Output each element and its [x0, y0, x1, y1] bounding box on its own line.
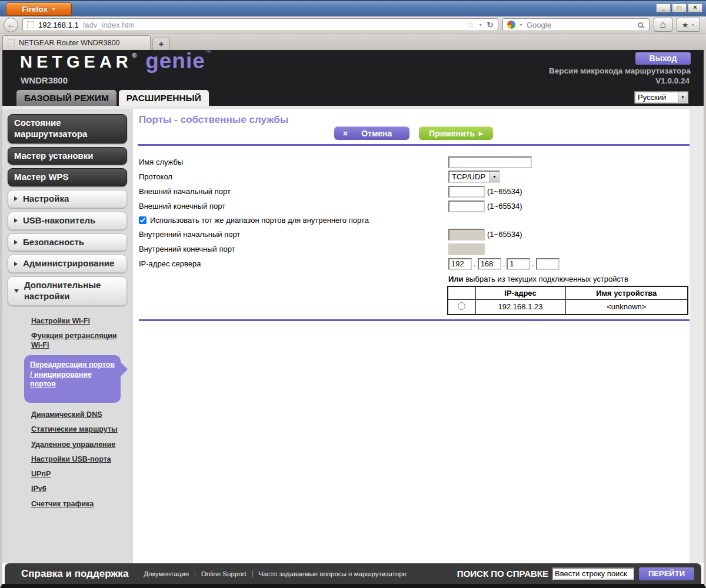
form-row: Использовать тот же диапазон портов для …	[139, 213, 690, 227]
firefox-menu-label: Firefox	[22, 5, 47, 14]
tab-basic-mode[interactable]: БАЗОВЫЙ РЕЖИМ	[16, 90, 116, 106]
new-tab-button[interactable]: +	[152, 38, 170, 50]
tab-advanced-mode[interactable]: РАСШИРЕННЫЙ	[119, 90, 209, 106]
same-port-range-checkbox[interactable]	[139, 216, 146, 224]
home-button[interactable]: ⌂	[654, 18, 672, 32]
page-viewport: NETGEAR® genie™ WNDR3800 Выход Версия ми…	[0, 50, 706, 588]
action-buttons: × Отмена Применить ▶	[138, 126, 690, 140]
window-controls: _ □ ×	[655, 4, 702, 12]
chevron-down-icon: ▼	[489, 172, 499, 182]
language-select[interactable]: Русский ▼	[634, 91, 688, 103]
chevron-right-icon	[14, 218, 18, 223]
sidebar-item-usb-storage[interactable]: USB-накопитель	[8, 212, 127, 230]
cancel-label: Отмена	[361, 129, 392, 138]
sidebar-item-setup[interactable]: Настройка	[8, 190, 127, 208]
sublink-port-forwarding[interactable]: Переадресация портов / инициирование пор…	[30, 360, 117, 389]
brand-name: NETGEAR	[20, 52, 132, 71]
search-icon[interactable]	[638, 22, 643, 28]
device-name-column-header: Имя устройства	[565, 286, 688, 299]
reload-icon[interactable]: ↻	[487, 20, 494, 29]
external-end-port-label: Внешний конечный порт	[139, 202, 448, 211]
sublink-static-routes[interactable]: Статические маршруты	[31, 425, 119, 434]
form-row: Внутренний конечный порт	[139, 242, 690, 256]
sublink-usb-port-settings[interactable]: Настройки USB-порта	[31, 455, 119, 464]
url-dropdown-icon[interactable]: ▼	[478, 23, 482, 27]
maximize-button[interactable]: □	[672, 4, 687, 12]
sidebar-item-administration[interactable]: Администрирование	[8, 255, 127, 273]
footer-link-documentation[interactable]: Документация	[138, 570, 195, 577]
sublink-wifi-repeating[interactable]: Функция ретрансляции Wi-Fi	[31, 331, 119, 350]
sidebar-item-security[interactable]: Безопасность	[8, 233, 127, 252]
netgear-header: NETGEAR® genie™ WNDR3800 Выход Версия ми…	[2, 50, 704, 106]
scrollbar-gutter[interactable]	[690, 109, 704, 563]
footer-link-online-support[interactable]: Online Support	[195, 570, 252, 577]
bookmark-star-icon[interactable]: ☆	[467, 19, 474, 30]
site-identity-icon[interactable]	[27, 21, 34, 28]
chevron-down-icon: ▼	[691, 23, 695, 27]
sidebar-item-advanced-setup[interactable]: Дополнительные настройки	[8, 276, 127, 306]
sidebar-item-label: Безопасность	[23, 237, 84, 248]
form-row: Внутренний начальный порт (1~65534)	[139, 227, 690, 242]
protocol-value: TCP/UDP	[449, 172, 489, 181]
server-ip-octet-1[interactable]	[448, 258, 472, 270]
sidebar-item-router-status[interactable]: Состояние маршрутизатора	[8, 114, 127, 143]
firefox-menu-button[interactable]: Firefox ▼	[6, 2, 72, 16]
port-range-hint: (1~65534)	[487, 202, 522, 211]
sublink-upnp[interactable]: UPnP	[31, 469, 119, 479]
search-engine-dropdown-icon[interactable]: ▼	[519, 23, 523, 27]
help-search-go-button[interactable]: ПЕРЕЙТИ	[639, 567, 694, 580]
server-ip-octet-4[interactable]	[536, 258, 560, 270]
sublink-wifi-settings[interactable]: Настройки Wi-Fi	[31, 316, 119, 326]
port-range-hint: (1~65534)	[487, 187, 522, 196]
help-search-input[interactable]	[552, 567, 634, 580]
close-button[interactable]: ×	[688, 4, 702, 12]
protocol-select[interactable]: TCP/UDP ▼	[448, 171, 500, 183]
device-ip-cell: 192.168.1.23	[475, 299, 565, 315]
browser-tab[interactable]: NETGEAR Router WNDR3800	[2, 35, 151, 50]
google-logo-icon	[507, 21, 515, 29]
server-ip-octet-2[interactable]	[478, 258, 501, 270]
logout-button[interactable]: Выход	[635, 52, 691, 65]
sublink-dynamic-dns[interactable]: Динамический DNS	[31, 410, 119, 419]
server-ip-label: IP-адрес сервера	[139, 259, 448, 268]
service-name-input[interactable]	[448, 156, 532, 168]
bookmarks-button[interactable]: ★ ▼	[677, 18, 700, 32]
table-header-row: IP-адрес Имя устройства	[448, 286, 688, 299]
firmware-label: Версия микрокода маршрутизатора	[549, 66, 691, 75]
search-box[interactable]: ▼ Google	[502, 18, 650, 31]
service-form: Имя службы Протокол TCP/UDP ▼ Внешний на…	[138, 146, 690, 321]
device-select-radio[interactable]	[458, 302, 465, 310]
sidebar-item-label: Дополнительные настройки	[24, 280, 121, 302]
back-button[interactable]: ←	[4, 18, 18, 32]
url-bar[interactable]: 192.168.1.1/adv_index.htm ☆ ▼ ↻	[22, 18, 498, 31]
or-rest: выбрать из текущих подключенных устройст…	[464, 275, 628, 283]
sidebar-item-setup-wizard[interactable]: Мастер установки	[8, 147, 127, 165]
same-port-range-label: Использовать тот же диапазон портов для …	[150, 216, 369, 225]
chevron-down-icon	[14, 289, 19, 293]
form-row: Протокол TCP/UDP ▼	[139, 169, 690, 184]
url-path: /adv_index.htm	[83, 21, 135, 29]
browser-tabstrip: NETGEAR Router WNDR3800 +	[0, 34, 706, 50]
connected-devices-table: IP-адрес Имя устройства 192.168.1.23 <un…	[447, 286, 688, 315]
server-ip-octet-3[interactable]	[507, 258, 530, 270]
minimize-button[interactable]: _	[656, 4, 671, 12]
footer-link-faq[interactable]: Часто задаваемые вопросы о маршрутизатор…	[252, 570, 412, 577]
table-row: 192.168.1.23 <unknown>	[448, 299, 688, 315]
external-start-port-input[interactable]	[448, 186, 485, 198]
browser-navbar: ← 192.168.1.1/adv_index.htm ☆ ▼ ↻ ▼ Goog…	[0, 16, 706, 34]
sidebar-item-wps-wizard[interactable]: Мастер WPS	[8, 168, 127, 186]
netgear-genie-logo: NETGEAR® genie™	[20, 52, 212, 72]
help-search-label: ПОИСК ПО СПРАВКЕ	[457, 569, 548, 579]
device-name-cell: <unknown>	[565, 299, 688, 315]
external-end-port-input[interactable]	[448, 201, 485, 212]
chevron-down-icon: ▼	[52, 7, 56, 11]
apply-arrow-icon: ▶	[479, 131, 483, 136]
apply-button[interactable]: Применить ▶	[419, 126, 493, 140]
sidebar: Состояние маршрутизатора Мастер установк…	[2, 109, 133, 563]
sublink-remote-management[interactable]: Удаленное управление	[31, 440, 119, 449]
sublink-ipv6[interactable]: IPv6	[31, 484, 119, 493]
sublink-traffic-meter[interactable]: Счетчик трафика	[31, 499, 119, 509]
sublink-port-forwarding-selected[interactable]: Переадресация портов / инициирование пор…	[24, 355, 121, 403]
cancel-button[interactable]: × Отмена	[334, 126, 409, 140]
service-name-label: Имя службы	[139, 158, 448, 166]
